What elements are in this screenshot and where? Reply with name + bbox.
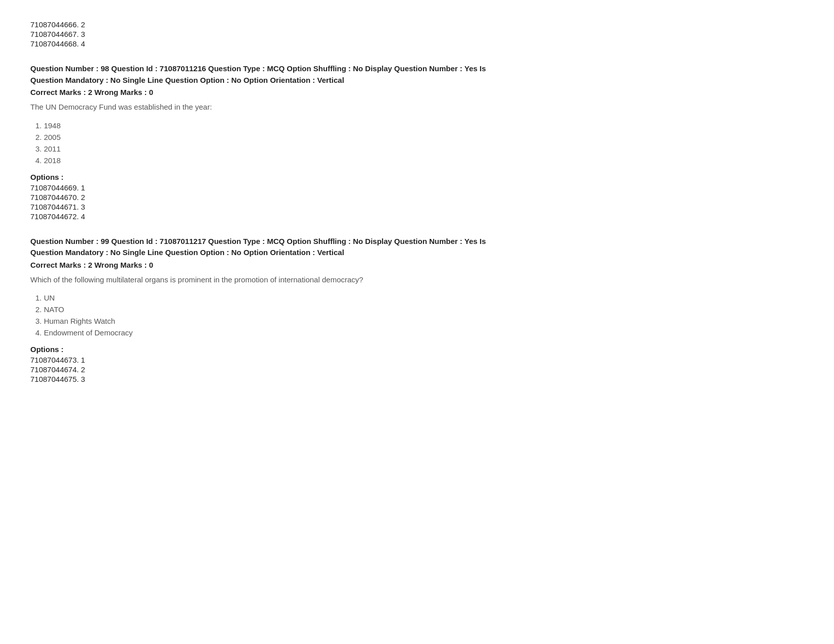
q99-answer-3: 3. Human Rights Watch — [35, 317, 804, 325]
q99-question-text: Which of the following multilateral orga… — [30, 274, 804, 286]
prev-options-section: 71087044666. 2 71087044667. 3 7108704466… — [30, 20, 804, 48]
q99-answer-4: 4. Endowment of Democracy — [35, 328, 804, 337]
q98-option-id-1: 71087044669. 1 — [30, 183, 804, 192]
q98-question-text: The UN Democracy Fund was established in… — [30, 102, 804, 113]
q98-answer-1: 1. 1948 — [35, 121, 804, 130]
q99-header-line1: Question Number : 99 Question Id : 71087… — [30, 237, 486, 245]
q98-option-id-2: 71087044670. 2 — [30, 193, 804, 202]
q98-answer-3: 3. 2011 — [35, 144, 804, 153]
q99-option-id-3: 71087044675. 3 — [30, 375, 804, 383]
q98-answer-options: 1. 1948 2. 2005 3. 2011 4. 2018 — [35, 121, 804, 165]
q98-header: Question Number : 98 Question Id : 71087… — [30, 63, 804, 86]
q98-option-id-4: 71087044672. 4 — [30, 212, 804, 221]
prev-option-2: 71087044667. 3 — [30, 30, 804, 38]
q98-header-line2: Question Mandatory : No Single Line Ques… — [30, 76, 344, 84]
q98-options-label: Options : — [30, 173, 804, 181]
q99-marks: Correct Marks : 2 Wrong Marks : 0 — [30, 261, 804, 269]
q99-option-id-2: 71087044674. 2 — [30, 365, 804, 374]
q99-header: Question Number : 99 Question Id : 71087… — [30, 236, 804, 259]
q98-marks: Correct Marks : 2 Wrong Marks : 0 — [30, 88, 804, 96]
q99-options-label: Options : — [30, 345, 804, 354]
q99-answer-2: 2. NATO — [35, 305, 804, 314]
question-98-section: Question Number : 98 Question Id : 71087… — [30, 63, 804, 221]
q99-option-id-1: 71087044673. 1 — [30, 356, 804, 364]
q99-header-line2: Question Mandatory : No Single Line Ques… — [30, 248, 344, 257]
q99-answer-options: 1. UN 2. NATO 3. Human Rights Watch 4. E… — [35, 293, 804, 337]
prev-option-3: 71087044668. 4 — [30, 39, 804, 48]
prev-option-1: 71087044666. 2 — [30, 20, 804, 29]
q98-option-id-3: 71087044671. 3 — [30, 203, 804, 211]
q99-answer-1: 1. UN — [35, 293, 804, 302]
q98-answer-4: 4. 2018 — [35, 156, 804, 165]
question-99-section: Question Number : 99 Question Id : 71087… — [30, 236, 804, 384]
q98-answer-2: 2. 2005 — [35, 133, 804, 141]
q98-header-line1: Question Number : 98 Question Id : 71087… — [30, 64, 486, 73]
